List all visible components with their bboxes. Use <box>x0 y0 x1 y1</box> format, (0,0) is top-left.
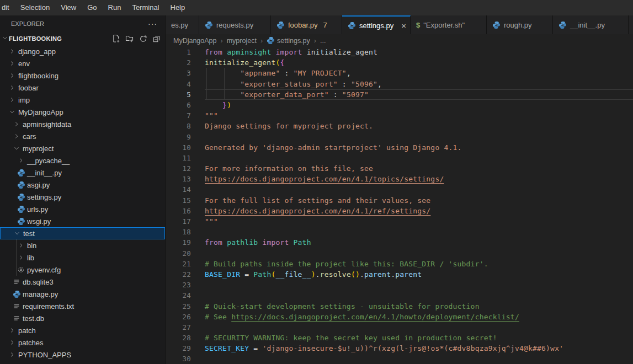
line-content: Generated by 'django-admin startproject'… <box>205 142 633 153</box>
tree-item-asgi.py[interactable]: asgi.py <box>0 179 165 191</box>
breadcrumb-item-myproject[interactable]: myproject <box>227 37 257 45</box>
tree-item-requirements.txt[interactable]: requirements.txt <box>0 300 165 312</box>
token-pl <box>222 48 227 56</box>
line-number: 16 <box>166 206 191 216</box>
tree-item-manage.py[interactable]: manage.py <box>0 288 165 300</box>
tree-item-test[interactable]: test <box>0 227 165 239</box>
code-line-2[interactable]: 2initialize_agent({ <box>166 57 633 68</box>
code-line-3[interactable]: 3 "appname" : "MY PROJECT", <box>166 68 633 78</box>
tree-item-django_app[interactable]: django_app <box>0 45 165 57</box>
code-line-22[interactable]: 22BASE_DIR = Path(__file__).resolve().pa… <box>166 269 633 280</box>
code-line-24[interactable]: 24 <box>166 290 633 301</box>
code-line-29[interactable]: 29SECRET_KEY = 'django-insecure-$u!_u))^… <box>166 343 633 354</box>
tree-item-bin[interactable]: bin <box>0 239 165 251</box>
tree-item-test.db[interactable]: test.db <box>0 312 165 324</box>
code-editor[interactable]: 1from apminsight import initialize_agent… <box>166 47 633 364</box>
close-icon[interactable]: × <box>401 22 406 30</box>
menu-item-terminal[interactable]: Terminal <box>126 0 164 15</box>
tree-item-env[interactable]: env <box>0 57 165 69</box>
tree-item-apminsightdata[interactable]: apminsightdata <box>0 118 165 130</box>
tree-item-__init__.py[interactable]: __init__.py <box>0 167 165 179</box>
code-line-7[interactable]: 7""" <box>166 110 633 121</box>
tree-item-db.sqlite3[interactable]: db.sqlite3 <box>0 276 165 288</box>
explorer-section-header[interactable]: FLIGHTBOOKING <box>0 32 165 45</box>
collapse-all-icon[interactable] <box>152 35 161 43</box>
more-actions-icon[interactable]: ··· <box>148 19 157 28</box>
tab-Exporter.sh[interactable]: $"Exporter.sh" <box>411 15 487 34</box>
menu-item-dit[interactable]: dit <box>0 0 15 15</box>
code-line-27[interactable]: 27 <box>166 322 633 333</box>
code-line-19[interactable]: 19from pathlib import Path <box>166 237 633 248</box>
line-content <box>205 227 633 237</box>
tree-item-mydjangoapp[interactable]: MyDjangoApp <box>0 106 165 118</box>
code-line-28[interactable]: 28# SECURITY WARNING: keep the secret ke… <box>166 333 633 343</box>
token-str: """ <box>205 111 218 120</box>
code-line-17[interactable]: 17""" <box>166 216 633 227</box>
line-number: 22 <box>166 269 191 280</box>
tree-item-wsgi.py[interactable]: wsgi.py <box>0 215 165 227</box>
code-line-26[interactable]: 26# See https://docs.djangoproject.com/e… <box>166 312 633 322</box>
menu-item-view[interactable]: View <box>55 0 82 15</box>
tree-item-python_apps[interactable]: PYTHON_APPS <box>0 349 165 361</box>
tab-__init__.py[interactable]: __init__.py <box>553 15 629 34</box>
code-line-18[interactable]: 18 <box>166 227 633 237</box>
line-number: 19 <box>166 237 191 248</box>
token-mod: pathlib <box>227 238 258 247</box>
tree-item-settings.py[interactable]: settings.py <box>0 191 165 203</box>
tab-es.py[interactable]: es.py <box>166 15 199 34</box>
code-line-8[interactable]: 8Django settings for myproject project. <box>166 121 633 131</box>
refresh-icon[interactable] <box>139 35 147 43</box>
tree-item-flightbooking[interactable]: flightbooking <box>0 69 165 82</box>
tree-item-lib[interactable]: lib <box>0 251 165 264</box>
code-line-1[interactable]: 1from apminsight import initialize_agent <box>166 47 633 57</box>
menu-item-selection[interactable]: Selection <box>15 0 55 15</box>
python-icon <box>492 21 501 29</box>
tree-item-label: PYTHON_APPS <box>18 351 71 359</box>
line-content <box>205 322 633 333</box>
code-line-23[interactable]: 23 <box>166 280 633 290</box>
code-line-10[interactable]: 10Generated by 'django-admin startprojec… <box>166 142 633 153</box>
code-line-15[interactable]: 15For the full list of settings and thei… <box>166 195 633 206</box>
tree-item-cars[interactable]: cars <box>0 130 165 142</box>
code-line-16[interactable]: 16https://docs.djangoproject.com/en/4.1/… <box>166 206 633 216</box>
code-line-30[interactable]: 30 <box>166 354 633 364</box>
tab-partial[interactable] <box>629 15 633 34</box>
code-line-4[interactable]: 4 "exporter_status_port" : "5096", <box>166 79 633 89</box>
token-com: # See <box>205 313 231 321</box>
breadcrumb-item-MyDjangoApp[interactable]: MyDjangoApp <box>173 37 217 45</box>
tree-item-label: db.sqlite3 <box>23 278 54 286</box>
tree-item-imp[interactable]: imp <box>0 94 165 106</box>
code-line-5[interactable]: 5 "exporter_data_port" : "5097" <box>166 89 633 100</box>
code-line-12[interactable]: 12For more information on this file, see <box>166 163 633 174</box>
tree-item-patch[interactable]: patch <box>0 324 165 336</box>
new-file-icon[interactable] <box>111 34 120 43</box>
tab-label: settings.py <box>359 22 393 30</box>
code-line-13[interactable]: 13https://docs.djangoproject.com/en/4.1/… <box>166 174 633 184</box>
tree-item-patches[interactable]: patches <box>0 336 165 349</box>
code-line-6[interactable]: 6 }) <box>166 100 633 110</box>
code-line-20[interactable]: 20 <box>166 248 633 259</box>
breadcrumb-item-settings.py[interactable]: settings.py <box>267 36 310 45</box>
tree-item-myproject[interactable]: myproject <box>0 142 165 154</box>
new-folder-icon[interactable] <box>125 34 134 43</box>
menu-item-help[interactable]: Help <box>165 0 191 15</box>
tab-settings.py[interactable]: settings.py× <box>342 15 411 34</box>
tree-item-urls.py[interactable]: urls.py <box>0 203 165 215</box>
tree-item-foobar[interactable]: foobar <box>0 82 165 94</box>
token-strl: https://docs.djangoproject.com/en/4.1/to… <box>205 175 444 183</box>
menu-item-run[interactable]: Run <box>103 0 127 15</box>
tree-item-__pycache__[interactable]: __pycache__ <box>0 154 165 167</box>
breadcrumb-item-...[interactable]: ... <box>320 37 326 45</box>
tree-item-label: env <box>18 60 30 68</box>
code-line-21[interactable]: 21# Build paths inside the project like … <box>166 259 633 269</box>
tab-rough.py[interactable]: rough.py <box>487 15 553 34</box>
menu-item-go[interactable]: Go <box>82 0 102 15</box>
tab-requests.py[interactable]: requests.py <box>199 15 271 34</box>
code-line-14[interactable]: 14 <box>166 184 633 195</box>
tree-item-pyvenv.cfg[interactable]: pyvenv.cfg <box>0 264 165 276</box>
line-content: "appname" : "MY PROJECT", <box>205 68 633 78</box>
tab-foobar.py[interactable]: foobar.py7 <box>271 15 342 34</box>
code-line-11[interactable]: 11 <box>166 153 633 163</box>
code-line-9[interactable]: 9 <box>166 132 633 142</box>
code-line-25[interactable]: 25# Quick-start development settings - u… <box>166 301 633 312</box>
